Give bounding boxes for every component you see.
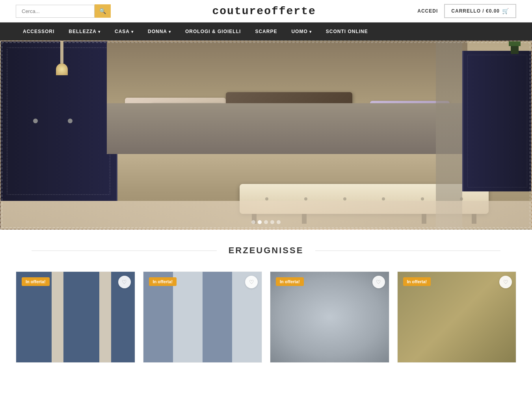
- nav-label-uomo: UOMO: [291, 29, 307, 34]
- slider-dot[interactable]: [264, 220, 268, 224]
- product-card[interactable]: In offerta! ♡: [16, 271, 135, 363]
- main-nav: ACCESSORI BELLEZZA ▾ CASA ▾ DONNA ▾ OROL…: [0, 22, 532, 41]
- product-card[interactable]: In offerta! ♡: [143, 271, 262, 363]
- badge-offerta: In offerta!: [149, 277, 177, 286]
- badge-offerta: In offerta!: [276, 277, 304, 286]
- accedi-button[interactable]: ACCEDI: [417, 8, 438, 14]
- slider-dot[interactable]: [251, 220, 255, 224]
- heart-icon: ♡: [503, 279, 508, 285]
- product-image: In offerta! ♡: [270, 272, 389, 362]
- slider-dots: [251, 220, 281, 224]
- chevron-down-icon: ▾: [98, 30, 100, 34]
- badge-offerta: In offerta!: [403, 277, 431, 286]
- nav-item-orologi[interactable]: OROLOGI & GIOIELLI: [178, 22, 248, 41]
- wishlist-button[interactable]: ♡: [118, 276, 131, 288]
- heading-line-left: [32, 251, 217, 251]
- hero-banner: [0, 41, 532, 230]
- slider-dot[interactable]: [270, 220, 274, 224]
- nav-item-uomo[interactable]: UOMO ▾: [284, 22, 318, 41]
- header-right: ACCEDI CARRELLO / €0.00 🛒: [417, 4, 516, 18]
- cart-label: CARRELLO / €0.00: [451, 8, 500, 14]
- hero-image: [1, 41, 531, 229]
- wishlist-button[interactable]: ♡: [245, 276, 258, 288]
- heart-icon: ♡: [249, 279, 254, 285]
- chevron-down-icon: ▾: [309, 30, 312, 34]
- heading-line-right: [315, 251, 500, 251]
- section-wrapper: ERZEUGNISSE: [0, 230, 532, 264]
- product-image: In offerta! ♡: [398, 272, 516, 362]
- section-heading: ERZEUGNISSE: [217, 245, 316, 256]
- nav-label-donna: DONNA: [148, 29, 167, 34]
- badge-offerta: In offerta!: [22, 277, 50, 286]
- chevron-down-icon: ▾: [169, 30, 171, 34]
- wishlist-button[interactable]: ♡: [499, 276, 512, 288]
- section-heading-wrapper: ERZEUGNISSE: [16, 245, 516, 256]
- products-grid: In offerta! ♡ In offerta! ♡ In offerta! …: [0, 264, 532, 379]
- product-card[interactable]: In offerta! ♡: [270, 271, 389, 363]
- cart-icon: 🛒: [502, 8, 509, 14]
- nav-label-scarpe: SCARPE: [255, 29, 277, 34]
- search-area: 🔍: [16, 4, 111, 18]
- slider-dot[interactable]: [277, 220, 281, 224]
- nav-item-bellezza[interactable]: BELLEZZA ▾: [61, 22, 108, 41]
- nav-label-accessori: ACCESSORI: [23, 29, 54, 34]
- site-logo[interactable]: couTureofferte: [212, 5, 316, 17]
- nav-label-casa: CASA: [115, 29, 130, 34]
- nav-label-bellezza: BELLEZZA: [69, 29, 97, 34]
- slider-dot[interactable]: [258, 220, 262, 224]
- chevron-down-icon: ▾: [131, 30, 134, 34]
- nav-item-scarpe[interactable]: SCARPE: [248, 22, 284, 41]
- nav-label-sconti: SCONTI ONLINE: [326, 29, 368, 34]
- wishlist-button[interactable]: ♡: [372, 276, 385, 288]
- cart-button[interactable]: CARRELLO / €0.00 🛒: [444, 4, 516, 18]
- heart-icon: ♡: [122, 279, 127, 285]
- nav-label-orologi: OROLOGI & GIOIELLI: [185, 29, 241, 34]
- heart-icon: ♡: [376, 279, 381, 285]
- nav-item-sconti[interactable]: SCONTI ONLINE: [319, 22, 375, 41]
- search-button[interactable]: 🔍: [95, 4, 111, 18]
- header: 🔍 couTureofferte ACCEDI CARRELLO / €0.00…: [0, 0, 532, 22]
- nav-item-accessori[interactable]: ACCESSORI: [16, 22, 61, 41]
- search-input[interactable]: [16, 5, 95, 18]
- nav-item-donna[interactable]: DONNA ▾: [141, 22, 178, 41]
- product-card[interactable]: In offerta! ♡: [397, 271, 517, 363]
- product-image: In offerta! ♡: [143, 272, 262, 362]
- product-image: In offerta! ♡: [16, 272, 135, 362]
- search-icon: 🔍: [99, 8, 106, 14]
- nav-item-casa[interactable]: CASA ▾: [108, 22, 141, 41]
